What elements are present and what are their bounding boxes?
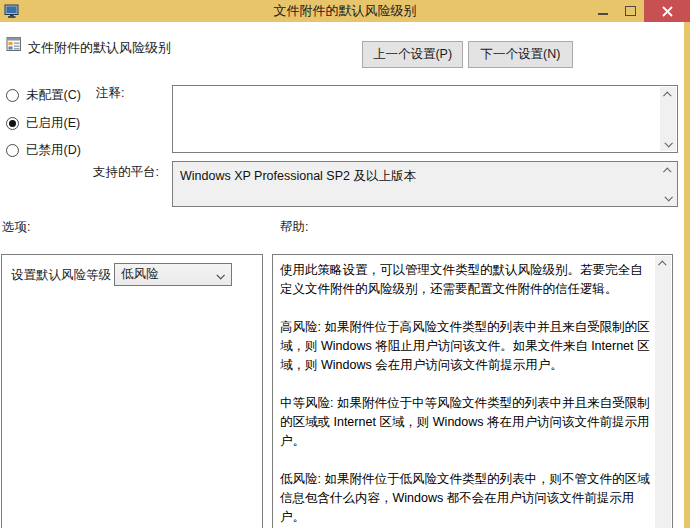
chevron-down-icon — [664, 139, 672, 147]
help-panel: 使用此策略设置，可以管理文件类型的默认风险级别。若要完全自定义文件附件的风险级别… — [272, 254, 673, 528]
chevron-up-icon — [663, 167, 671, 175]
minimize-button[interactable] — [590, 0, 616, 22]
supported-on-label: 支持的平台: — [93, 164, 159, 181]
supported-on-field: Windows XP Professional SP2 及以上版本 — [172, 161, 678, 207]
maximize-icon — [625, 6, 636, 16]
supported-on-value: Windows XP Professional SP2 及以上版本 — [180, 168, 655, 185]
help-text: 使用此策略设置，可以管理文件类型的默认风险级别。若要完全自定义文件附件的风险级别… — [280, 261, 652, 528]
chevron-up-icon — [663, 91, 671, 99]
chevron-up-icon — [658, 260, 666, 268]
scroll-up-button[interactable] — [660, 87, 676, 102]
window-right-border — [684, 22, 690, 528]
comment-textarea[interactable] — [172, 85, 678, 153]
radio-disabled[interactable]: 已禁用(D) — [6, 142, 81, 158]
options-panel: 设置默认风险等级 低风险 — [1, 254, 263, 528]
comment-label: 注释: — [96, 85, 124, 102]
close-icon — [662, 6, 673, 17]
previous-setting-button[interactable]: 上一个设置(P) — [362, 41, 463, 68]
radio-icon — [6, 89, 19, 102]
next-setting-button[interactable]: 下一个设置(N) — [468, 41, 573, 68]
maximize-button[interactable] — [616, 0, 644, 22]
radio-enabled[interactable]: 已启用(E) — [6, 115, 80, 131]
close-button[interactable] — [644, 0, 690, 22]
help-scrollbar[interactable] — [655, 256, 671, 528]
platform-scrollbar[interactable] — [660, 163, 676, 205]
titlebar: 文件附件的默认风险级别 — [0, 0, 690, 22]
radio-label: 已禁用(D) — [26, 142, 81, 159]
help-label: 帮助: — [280, 219, 308, 236]
radio-not-configured[interactable]: 未配置(C) — [6, 87, 81, 103]
minimize-icon — [598, 13, 608, 15]
chevron-down-icon — [664, 193, 672, 201]
window-controls — [590, 0, 690, 22]
chevron-down-icon — [217, 267, 223, 282]
radio-icon — [6, 144, 19, 157]
radio-label: 已启用(E) — [26, 115, 80, 132]
radio-checked-icon — [6, 117, 19, 130]
comment-scrollbar[interactable] — [660, 87, 676, 151]
setting-title: 文件附件的默认风险级别 — [28, 39, 171, 57]
scroll-down-button[interactable] — [660, 190, 676, 205]
radio-label: 未配置(C) — [26, 87, 81, 104]
dropdown-value: 低风险 — [121, 266, 217, 283]
scroll-down-button[interactable] — [660, 136, 676, 151]
risk-setting-label: 设置默认风险等级 — [11, 267, 111, 284]
window-title: 文件附件的默认风险级别 — [0, 0, 690, 22]
policy-setting-icon — [6, 36, 22, 52]
scroll-up-button[interactable] — [655, 256, 671, 271]
risk-level-dropdown[interactable]: 低风险 — [114, 263, 232, 286]
scroll-up-button[interactable] — [660, 163, 676, 178]
options-label: 选项: — [2, 219, 30, 236]
